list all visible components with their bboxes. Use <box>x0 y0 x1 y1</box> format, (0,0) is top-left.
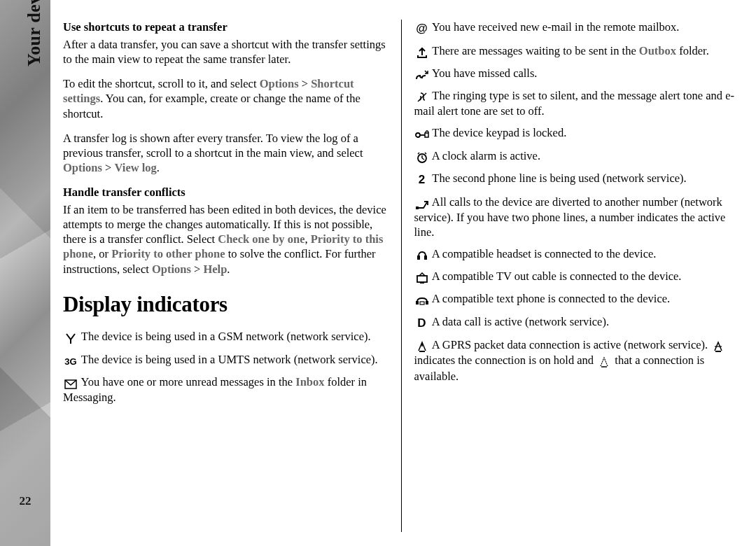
indicator-divert: All calls to the device are diverted to … <box>414 195 740 239</box>
text: The device keypad is locked. <box>430 126 567 139</box>
menu-help: Help <box>203 262 227 276</box>
indicator-datacall: D A data call is active (network service… <box>414 314 740 331</box>
heading-shortcuts: Use shortcuts to repeat a transfer <box>63 20 388 34</box>
key-lock-icon <box>414 127 430 141</box>
text: > <box>299 77 312 90</box>
text: The device is being used in a UMTS netwo… <box>78 353 378 366</box>
at-icon: @ <box>414 21 430 36</box>
missed-call-icon <box>414 68 430 81</box>
svg-rect-8 <box>424 255 427 260</box>
svg-rect-12 <box>426 301 428 304</box>
text: > <box>191 262 204 276</box>
page-number: 22 <box>0 494 50 508</box>
para-shortcuts-1: After a data transfer, you can save a sh… <box>63 37 388 66</box>
textphone-icon <box>414 293 430 307</box>
text: , or <box>93 247 111 260</box>
text: A compatible TV out cable is connected t… <box>430 270 682 283</box>
silent-icon <box>414 90 430 104</box>
heading-display-indicators: Display indicators <box>63 290 388 318</box>
svg-rect-11 <box>416 301 419 304</box>
para-shortcuts-3: A transfer log is shown after every tran… <box>63 131 388 175</box>
text: The device is being used in a GSM networ… <box>78 330 371 343</box>
menu-options: Options <box>260 77 299 90</box>
indicator-silent: The ringing type is set to silent, and t… <box>414 88 740 118</box>
text: folder. <box>676 44 709 57</box>
folder-outbox: Outbox <box>639 44 676 57</box>
indicator-tvout: A compatible TV out cable is connected t… <box>414 269 740 284</box>
svg-line-1 <box>418 93 426 102</box>
folder-inbox: Inbox <box>295 375 324 388</box>
text: You have received new e-mail in the remo… <box>430 20 680 34</box>
menu-options: Options <box>152 262 191 276</box>
headset-icon <box>414 248 430 262</box>
indicator-gprs: A GPRS packet data connection is active … <box>414 337 740 383</box>
menu-view-log: View log <box>115 161 157 174</box>
tvout-icon <box>414 271 430 284</box>
indicator-keypad-locked: The device keypad is locked. <box>414 125 740 141</box>
text: . <box>157 161 160 174</box>
text: To edit the shortcut, scroll to it, and … <box>63 77 260 90</box>
text: A data call is active (network service). <box>430 315 610 328</box>
text: The ringing type is set to silent, and t… <box>414 89 734 118</box>
indicator-outbox: There are messages waiting to be sent in… <box>414 43 740 59</box>
text: A clock alarm is active. <box>430 149 541 162</box>
text: A GPRS packet data connection is active … <box>430 338 711 351</box>
indicator-textphone: A compatible text phone is connected to … <box>414 291 740 307</box>
text: A transfer log is shown after every tran… <box>63 132 363 160</box>
text: A compatible text phone is connected to … <box>430 292 671 305</box>
heading-conflicts: Handle transfer conflicts <box>63 185 388 200</box>
text: The second phone line is being used (net… <box>430 172 687 185</box>
text: > <box>102 161 115 174</box>
text: You have missed calls. <box>430 66 538 80</box>
line2-icon: 2 <box>414 172 430 188</box>
gprs-active-icon <box>414 340 430 353</box>
text: indicates the connection is on hold and <box>414 354 597 367</box>
page-content: Use shortcuts to repeat a transfer After… <box>50 0 756 546</box>
indicator-gsm: The device is being used in a GSM networ… <box>63 329 388 344</box>
para-shortcuts-2: To edit the shortcut, scroll to it, and … <box>63 76 388 120</box>
svg-rect-4 <box>425 133 428 137</box>
alarm-clock-icon <box>414 150 430 164</box>
menu-options: Options <box>63 161 102 174</box>
indicator-alarm: A clock alarm is active. <box>414 148 740 164</box>
divert-icon <box>414 197 430 210</box>
opt-check-one: Check one by one <box>218 232 304 246</box>
gprs-avail-icon <box>596 355 612 368</box>
indicator-missed-calls: You have missed calls. <box>414 66 740 81</box>
text: All calls to the device are diverted to … <box>414 195 726 239</box>
svg-point-2 <box>416 133 420 137</box>
text: . <box>227 262 230 276</box>
indicator-remote-email: @ You have received new e-mail in the re… <box>414 20 740 36</box>
antenna-icon <box>63 331 78 344</box>
gprs-hold-icon <box>710 340 726 353</box>
3g-icon: 3G <box>63 356 78 368</box>
text: . You can, for example, create or change… <box>63 92 360 120</box>
svg-rect-7 <box>417 255 420 260</box>
indicator-headset: A compatible headset is connected to the… <box>414 246 740 262</box>
svg-rect-6 <box>416 206 419 209</box>
text: You have one or more unread messages in … <box>78 375 295 388</box>
indicator-inbox: You have one or more unread messages in … <box>63 374 388 405</box>
indicator-3g: 3G The device is being used in a UMTS ne… <box>63 352 388 368</box>
left-column: Use shortcuts to repeat a transfer After… <box>63 20 401 532</box>
text: A compatible headset is connected to the… <box>430 247 657 260</box>
svg-rect-13 <box>420 302 424 304</box>
right-column: @ You have received new e-mail in the re… <box>401 20 740 532</box>
side-tab: Your device 22 <box>0 0 50 546</box>
opt-priority-other: Priority to other phone <box>111 247 225 260</box>
indicator-line2: 2 The second phone line is being used (n… <box>414 171 740 188</box>
outbox-icon <box>414 46 430 59</box>
svg-rect-9 <box>417 276 427 282</box>
side-section-label: Your device <box>24 0 45 66</box>
text: There are messages waiting to be sent in… <box>430 44 639 57</box>
datacall-icon: D <box>414 316 430 331</box>
para-conflicts: If an item to be transferred has been ed… <box>63 202 388 276</box>
text: , <box>305 232 311 246</box>
envelope-icon <box>63 377 78 390</box>
